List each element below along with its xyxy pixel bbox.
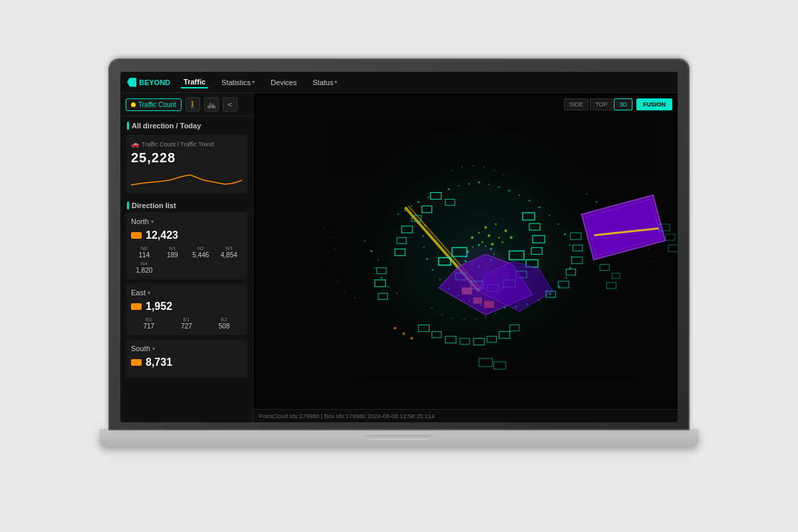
svg-point-76 bbox=[472, 246, 473, 247]
south-count: 8,731 bbox=[131, 356, 242, 368]
screen-bezel: BEYOND Traffic Statistics ▾ Devices Stat… bbox=[110, 60, 688, 429]
south-label: South bbox=[131, 344, 150, 352]
total-traffic-count: 25,228 bbox=[131, 150, 242, 166]
svg-point-99 bbox=[354, 297, 355, 299]
svg-point-10 bbox=[468, 183, 469, 184]
stat-n2: N2 5,446 bbox=[188, 245, 214, 259]
car-icon-orange bbox=[131, 232, 142, 239]
nav-traffic[interactable]: Traffic bbox=[181, 76, 208, 88]
svg-point-86 bbox=[504, 307, 505, 309]
svg-point-163 bbox=[332, 259, 333, 261]
nav-statistics[interactable]: Statistics ▾ bbox=[219, 77, 257, 88]
svg-point-81 bbox=[452, 317, 453, 319]
top-nav: BEYOND Traffic Statistics ▾ Devices Stat… bbox=[120, 72, 678, 93]
svg-point-3 bbox=[404, 210, 406, 211]
svg-point-43 bbox=[370, 250, 372, 252]
chevron-down-icon: ▾ bbox=[151, 219, 154, 225]
svg-point-9 bbox=[458, 185, 460, 186]
svg-point-91 bbox=[493, 170, 495, 171]
svg-point-90 bbox=[483, 166, 485, 168]
svg-point-17 bbox=[539, 206, 541, 208]
svg-point-39 bbox=[423, 247, 424, 248]
svg-point-14 bbox=[508, 190, 510, 192]
bike-icon-btn[interactable]: 🚲 bbox=[204, 97, 219, 112]
east-stats-grid: E0 717 E1 727 E2 508 bbox=[131, 317, 242, 330]
svg-point-63 bbox=[481, 241, 483, 243]
fusion-button[interactable]: FUSION bbox=[636, 98, 672, 110]
south-direction-header[interactable]: South ▾ bbox=[131, 344, 242, 352]
svg-point-80 bbox=[442, 314, 443, 315]
laptop-shell: BEYOND Traffic Statistics ▾ Devices Stat… bbox=[100, 60, 698, 472]
east-direction-header[interactable]: East ▾ bbox=[131, 289, 242, 297]
svg-point-65 bbox=[501, 241, 503, 243]
logo-icon bbox=[127, 78, 136, 87]
east-count: 1,952 bbox=[131, 301, 242, 313]
svg-point-24 bbox=[566, 277, 567, 279]
svg-point-47 bbox=[388, 286, 389, 287]
3d-view-button[interactable]: 3D bbox=[614, 98, 632, 110]
svg-point-57 bbox=[495, 223, 497, 225]
svg-point-48 bbox=[396, 293, 398, 294]
laptop-notch bbox=[366, 435, 432, 440]
traffic-count-card: 🚗 Traffic Count / Traffic Trend 25,228 bbox=[126, 135, 247, 194]
svg-point-160 bbox=[324, 227, 325, 228]
svg-point-45 bbox=[374, 267, 376, 269]
svg-point-4 bbox=[411, 205, 412, 207]
view-buttons: SIDE TOP 3D FUSION bbox=[564, 98, 672, 110]
svg-point-89 bbox=[473, 165, 474, 166]
status-text: PointCloud Idx:179980 | Box Idx:179980 2… bbox=[259, 413, 435, 420]
svg-point-92 bbox=[503, 174, 504, 176]
svg-point-85 bbox=[495, 313, 496, 314]
svg-point-156 bbox=[466, 256, 499, 290]
svg-point-84 bbox=[485, 316, 486, 317]
svg-point-158 bbox=[402, 332, 405, 335]
app-container: BEYOND Traffic Statistics ▾ Devices Stat… bbox=[120, 72, 678, 422]
stat-e2: E2 508 bbox=[206, 317, 242, 330]
svg-point-37 bbox=[432, 269, 433, 271]
svg-point-25 bbox=[559, 286, 560, 287]
svg-point-2 bbox=[398, 213, 399, 215]
svg-point-87 bbox=[452, 170, 453, 171]
svg-point-50 bbox=[595, 201, 597, 203]
traffic-sparkline bbox=[131, 168, 242, 188]
chart-header: 🚗 Traffic Count / Traffic Trend bbox=[131, 140, 242, 148]
svg-point-88 bbox=[462, 166, 463, 168]
stat-e1: E1 727 bbox=[169, 317, 205, 330]
svg-point-40 bbox=[422, 235, 424, 237]
nav-devices[interactable]: Devices bbox=[268, 77, 299, 88]
laptop-screen: BEYOND Traffic Statistics ▾ Devices Stat… bbox=[120, 72, 678, 422]
direction-list-title: Direction list bbox=[120, 196, 253, 212]
svg-point-157 bbox=[394, 327, 396, 330]
svg-point-42 bbox=[364, 240, 365, 241]
svg-point-46 bbox=[380, 277, 382, 279]
svg-point-8 bbox=[448, 188, 450, 190]
svg-point-164 bbox=[327, 270, 329, 271]
traffic-count-button[interactable]: Traffic Count bbox=[126, 98, 182, 111]
side-view-button[interactable]: SIDE bbox=[564, 98, 589, 110]
north-direction-header[interactable]: North ▾ bbox=[131, 217, 242, 225]
stat-n0: N0 114 bbox=[131, 245, 158, 259]
svg-point-161 bbox=[331, 237, 332, 238]
status-bar: PointCloud Idx:179980 | Box Idx:179980 2… bbox=[253, 409, 678, 422]
svg-point-38 bbox=[426, 258, 428, 260]
top-view-button[interactable]: TOP bbox=[590, 98, 612, 110]
traffic-count-label: Traffic Count bbox=[138, 101, 176, 108]
svg-point-98 bbox=[344, 291, 345, 292]
pedestrian-icon: 🚶 bbox=[188, 100, 198, 109]
laptop-base bbox=[100, 429, 698, 448]
svg-point-95 bbox=[648, 248, 649, 249]
pointcloud-canvas bbox=[253, 93, 678, 422]
svg-point-13 bbox=[499, 186, 500, 188]
nav-status[interactable]: Status ▾ bbox=[310, 77, 340, 88]
svg-point-44 bbox=[378, 259, 379, 261]
svg-point-16 bbox=[529, 200, 530, 201]
stat-e0: E0 717 bbox=[131, 317, 167, 330]
svg-point-64 bbox=[491, 243, 493, 245]
overview-title: All direction / Today bbox=[120, 116, 253, 132]
svg-point-49 bbox=[586, 194, 587, 195]
stat-n1: N1 189 bbox=[160, 245, 186, 259]
chevron-down-icon: ▾ bbox=[152, 346, 155, 352]
back-button[interactable]: < bbox=[223, 97, 237, 112]
pedestrian-icon-btn[interactable]: 🚶 bbox=[186, 97, 200, 112]
svg-point-20 bbox=[564, 233, 566, 235]
